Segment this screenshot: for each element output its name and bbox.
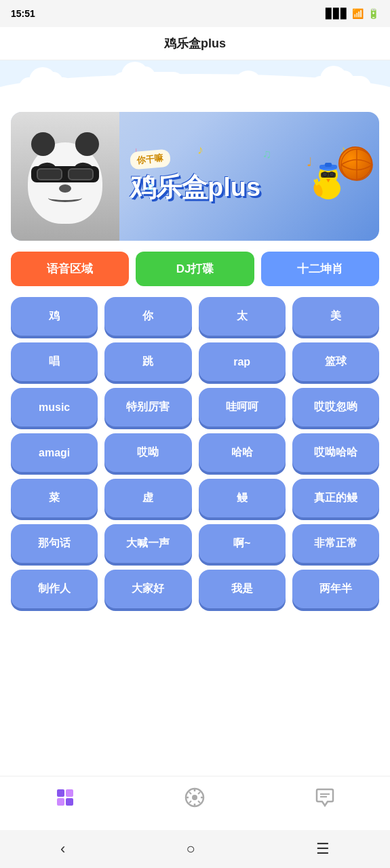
app-title: 鸡乐盒plus — [164, 37, 226, 50]
svg-line-29 — [189, 801, 191, 803]
svg-line-13 — [317, 180, 318, 184]
sound-button-music[interactable]: music — [11, 388, 98, 427]
svg-rect-16 — [57, 789, 64, 797]
note-2: ♪ — [197, 143, 203, 157]
svg-point-9 — [330, 172, 334, 176]
lens-left — [37, 168, 62, 180]
cloud-4 — [310, 76, 371, 98]
sound-button-tiao[interactable]: 跳 — [104, 342, 191, 381]
cloud-header — [0, 60, 390, 101]
zodiac-category-button[interactable]: 十二坤肖 — [261, 252, 379, 286]
sound-button-waahh[interactable]: 哇呵呵 — [199, 388, 286, 427]
svg-rect-4 — [325, 163, 332, 167]
sound-button-amagi[interactable]: amagi — [11, 433, 98, 472]
panda-ear-right — [75, 132, 99, 156]
sound-grid: 鸡 你 太 美 唱 跳 rap 篮球 music 特别厉害 哇呵呵 哎哎忽哟 a… — [11, 297, 379, 608]
panda-mouth — [48, 194, 82, 202]
status-bar: 15:51 ▊▊▊ 📶 🔋 — [0, 0, 390, 27]
main-content: ♩ ♪ ♫ ♩ ♪ ♫ 你干嘛 鸡乐盒plus — [0, 101, 390, 776]
sound-button-special[interactable]: 特别厉害 — [104, 388, 191, 427]
back-button[interactable]: ‹ — [47, 835, 79, 863]
voice-category-button[interactable]: 语音区域 — [11, 252, 129, 286]
cloud-decoration — [0, 60, 390, 101]
cloud-2 — [111, 72, 186, 98]
svg-line-26 — [189, 792, 191, 794]
cloud-1 — [19, 77, 73, 98]
home-button[interactable]: ○ — [173, 835, 209, 863]
panda-nose — [59, 184, 71, 193]
status-icons: ▊▊▊ 📶 🔋 — [326, 8, 379, 19]
panda-ear-left — [31, 132, 55, 156]
nav-discover[interactable] — [168, 781, 222, 818]
sound-button-liangnianbang[interactable]: 两年半 — [292, 570, 379, 608]
panda-character — [11, 112, 119, 241]
banner-text-area: ♩ ♪ ♫ ♩ ♪ ♫ 你干嘛 鸡乐盒plus — [119, 140, 379, 213]
sound-button-chang[interactable]: 唱 — [11, 342, 98, 381]
title-bar: 鸡乐盒plus — [0, 27, 390, 60]
basketball-decoration — [338, 146, 372, 180]
sound-button-xu[interactable]: 虚 — [104, 479, 191, 517]
sound-button-aiyouhaha[interactable]: 哎呦哈哈 — [292, 433, 379, 472]
note-3: ♫ — [262, 147, 272, 161]
bottom-nav — [0, 776, 390, 830]
svg-rect-17 — [66, 789, 73, 797]
wifi-icon: 📶 — [352, 8, 364, 19]
chat-icon — [314, 787, 336, 813]
sound-button-aiyou[interactable]: 哎呦 — [104, 433, 191, 472]
category-buttons: 语音区域 DJ打碟 十二坤肖 — [11, 252, 379, 286]
svg-point-25 — [192, 795, 197, 800]
sound-button-aiyaizha[interactable]: 哎哎忽哟 — [292, 388, 379, 427]
sound-button-realman[interactable]: 真正的鳗 — [292, 479, 379, 517]
battery-icon: 🔋 — [368, 8, 379, 19]
time-display: 15:51 — [11, 8, 35, 19]
signal-icon: ▊▊▊ — [326, 8, 348, 19]
recents-button[interactable]: ☰ — [303, 835, 343, 863]
svg-rect-19 — [66, 798, 73, 806]
sound-button-zhizuo[interactable]: 制作人 — [11, 570, 98, 608]
sound-button-woshi[interactable]: 我是 — [199, 570, 286, 608]
svg-point-8 — [323, 172, 327, 176]
nav-chat[interactable] — [298, 781, 352, 818]
sound-button-dajia[interactable]: 大家好 — [104, 570, 191, 608]
banner: ♩ ♪ ♫ ♩ ♪ ♫ 你干嘛 鸡乐盒plus — [11, 112, 379, 241]
sound-button-basketball[interactable]: 篮球 — [292, 342, 379, 381]
cloud-3 — [225, 81, 272, 98]
sound-button-ji[interactable]: 鸡 — [11, 297, 98, 336]
sound-button-rap[interactable]: rap — [199, 342, 286, 381]
sound-button-tai[interactable]: 太 — [199, 297, 286, 336]
lens-right — [68, 168, 94, 180]
nav-home[interactable] — [38, 781, 92, 818]
sound-button-man[interactable]: 鳗 — [199, 479, 286, 517]
sound-button-ni[interactable]: 你 — [104, 297, 191, 336]
banner-subtitle: 你干嘛 — [130, 149, 171, 170]
sunglasses — [31, 166, 99, 182]
dj-category-button[interactable]: DJ打碟 — [136, 252, 254, 286]
sound-button-naju[interactable]: 那句话 — [11, 524, 98, 563]
svg-rect-18 — [57, 798, 64, 806]
panda-face — [28, 142, 102, 224]
sound-button-mei[interactable]: 美 — [292, 297, 379, 336]
sound-button-haha[interactable]: 哈哈 — [199, 433, 286, 472]
svg-line-27 — [198, 801, 200, 803]
sound-button-a[interactable]: 啊~ — [199, 524, 286, 563]
discover-icon — [184, 787, 206, 813]
sound-button-dahan[interactable]: 大喊一声 — [104, 524, 191, 563]
svg-line-28 — [198, 792, 200, 794]
sound-button-cai[interactable]: 菜 — [11, 479, 98, 517]
sound-button-feichang[interactable]: 非常正常 — [292, 524, 379, 563]
android-nav: ‹ ○ ☰ — [0, 830, 390, 868]
home-icon — [54, 787, 76, 813]
